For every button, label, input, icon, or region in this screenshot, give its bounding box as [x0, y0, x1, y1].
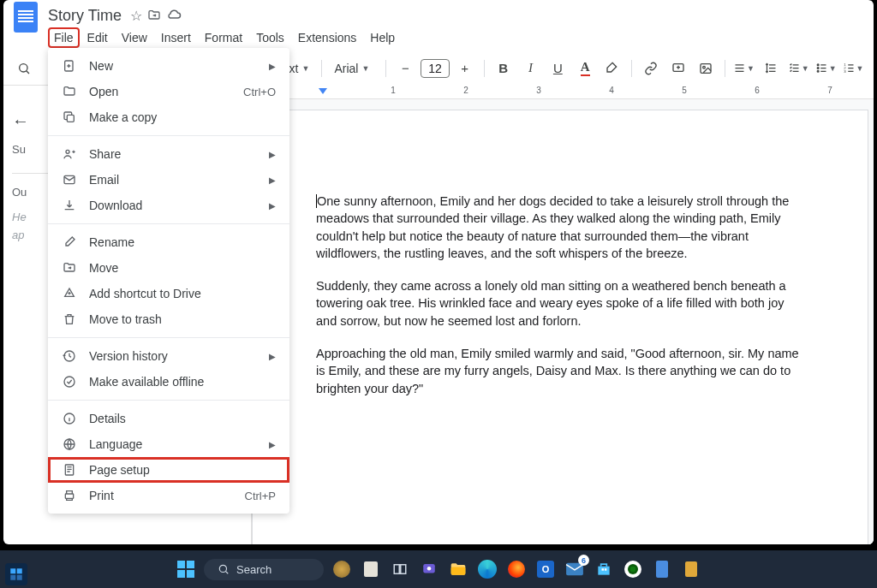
file-menu-language[interactable]: Language ▶ [48, 431, 289, 457]
document-title[interactable]: Story Time [45, 7, 125, 25]
menu-separator [48, 400, 289, 401]
file-menu-label: Version history [89, 349, 168, 363]
windows-taskbar[interactable]: Search O 6 [0, 550, 877, 588]
insert-image-button[interactable] [694, 56, 718, 80]
svg-rect-18 [65, 494, 73, 498]
file-explorer-button[interactable] [447, 558, 469, 580]
bold-button[interactable]: B [492, 56, 516, 80]
file-menu-share[interactable]: Share ▶ [48, 141, 289, 167]
star-icon[interactable]: ☆ [130, 8, 142, 24]
menu-file[interactable]: File [48, 27, 80, 48]
menu-help[interactable]: Help [364, 27, 401, 48]
file-menu-rename[interactable]: Rename [48, 229, 289, 255]
task-view-button[interactable] [389, 558, 411, 580]
font-size-input[interactable]: 12 [421, 59, 450, 78]
taskbar-app-4[interactable] [680, 558, 702, 580]
file-menu-version-history[interactable]: Version history ▶ [48, 343, 289, 369]
insert-link-button[interactable] [639, 56, 663, 80]
svg-rect-25 [401, 565, 406, 574]
file-menu-details[interactable]: Details [48, 406, 289, 431]
collapse-panel-button[interactable]: ← [12, 111, 51, 131]
outline-panel: ← Su Ou He ap [12, 111, 51, 246]
menu-extensions[interactable]: Extensions [292, 27, 362, 48]
line-spacing-button[interactable] [760, 56, 784, 80]
copy-icon [62, 110, 77, 125]
menu-insert[interactable]: Insert [155, 27, 197, 48]
file-menu-dropdown: New ▶ Open Ctrl+O Make a copy Share ▶ Em… [48, 48, 289, 514]
chat-button[interactable] [418, 558, 440, 580]
paragraph[interactable]: Approaching the old man, Emily smiled wa… [316, 345, 804, 397]
docs-logo-icon[interactable] [14, 2, 38, 33]
file-menu-make-copy[interactable]: Make a copy [48, 104, 289, 130]
svg-rect-24 [394, 565, 399, 574]
insert-comment-button[interactable] [666, 56, 690, 80]
paragraph[interactable]: Suddenly, they came across a lonely old … [316, 277, 804, 330]
page-content[interactable]: One sunny afternoon, Emily and her dogs … [253, 110, 868, 397]
numbered-list-button[interactable]: 123▼ [841, 56, 865, 80]
drive-shortcut-icon [62, 286, 77, 301]
ruler-mark: 7 [827, 86, 832, 95]
checklist-button[interactable]: ▼ [786, 56, 810, 80]
file-menu-label: Print [89, 489, 114, 502]
edge-button[interactable] [476, 558, 498, 580]
svg-rect-28 [451, 567, 466, 575]
taskbar-search[interactable]: Search [204, 559, 324, 580]
submenu-arrow-icon: ▶ [269, 62, 276, 71]
store-button[interactable] [593, 558, 615, 580]
search-placeholder: Search [236, 563, 271, 576]
file-menu-page-setup[interactable]: Page setup [48, 457, 289, 483]
font-size-increase-button[interactable]: + [453, 56, 477, 80]
italic-button[interactable]: I [519, 56, 543, 80]
bulleted-list-button[interactable]: ▼ [814, 56, 838, 80]
document-area: One sunny afternoon, Emily and her dogs … [252, 99, 874, 544]
firefox-button[interactable] [505, 558, 528, 580]
file-menu-open[interactable]: Open Ctrl+O [48, 79, 289, 104]
document-page[interactable]: One sunny afternoon, Emily and her dogs … [252, 110, 868, 544]
paragraph[interactable]: One sunny afternoon, Emily and her dogs … [316, 193, 804, 262]
menu-format[interactable]: Format [199, 27, 248, 48]
widgets-button[interactable] [5, 563, 27, 585]
menu-tools[interactable]: Tools [250, 27, 290, 48]
file-menu-label: Details [89, 412, 126, 425]
file-menu-new[interactable]: New ▶ [48, 53, 289, 79]
file-menu-label: Share [89, 147, 121, 161]
svg-rect-31 [605, 568, 607, 571]
file-menu-move[interactable]: Move [48, 255, 289, 281]
file-menu-add-shortcut[interactable]: Add shortcut to Drive [48, 281, 289, 306]
file-menu-offline[interactable]: Make available offline [48, 369, 289, 395]
font-family-select[interactable]: Arial ▼ [329, 58, 379, 79]
chevron-down-icon: ▼ [301, 64, 309, 73]
file-menu-download[interactable]: Download ▶ [48, 193, 289, 218]
underline-button[interactable]: U [546, 56, 570, 80]
file-menu-print[interactable]: Print Ctrl+P [48, 483, 289, 508]
download-icon [62, 198, 77, 213]
mail-button[interactable]: 6 [564, 558, 586, 580]
separator [385, 60, 386, 77]
highlight-button[interactable] [600, 56, 624, 80]
text-color-button[interactable]: A [573, 56, 597, 80]
menu-edit[interactable]: Edit [81, 27, 114, 48]
file-menu-email[interactable]: Email ▶ [48, 167, 289, 193]
search-menus-icon[interactable] [12, 56, 36, 80]
file-menu-label: Rename [89, 235, 134, 249]
summary-label: Su [12, 143, 51, 156]
svg-rect-19 [10, 568, 15, 573]
move-folder-icon[interactable] [147, 9, 161, 22]
align-button[interactable]: ▼ [732, 56, 756, 80]
ruler-mark: 5 [682, 86, 687, 95]
svg-point-27 [427, 567, 432, 571]
outlook-button[interactable]: O [534, 558, 557, 580]
taskbar-app-3[interactable] [651, 558, 673, 580]
start-button[interactable] [175, 558, 197, 580]
horizontal-ruler[interactable]: 1 2 3 4 5 6 7 [252, 84, 874, 99]
indent-marker-icon[interactable] [319, 88, 327, 94]
file-menu-trash[interactable]: Move to trash [48, 306, 289, 332]
xbox-button[interactable] [622, 558, 644, 580]
font-size-decrease-button[interactable]: − [393, 56, 417, 80]
taskbar-app-1[interactable] [331, 558, 353, 580]
svg-point-23 [219, 565, 226, 572]
menu-view[interactable]: View [116, 27, 153, 48]
taskbar-app-2[interactable] [360, 558, 382, 580]
submenu-arrow-icon: ▶ [269, 175, 276, 185]
cloud-status-icon[interactable] [166, 8, 182, 23]
